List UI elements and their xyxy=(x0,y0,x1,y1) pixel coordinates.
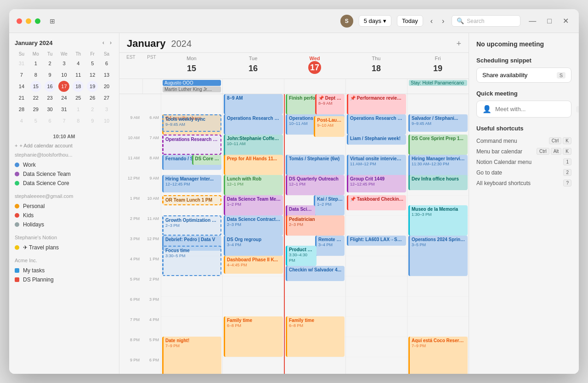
event-operations-research-mon[interactable]: Operations Research St... xyxy=(162,135,221,155)
event-ds-core-sprint[interactable]: DS Core Sprint Prep 1... xyxy=(408,135,468,155)
event-data-science-team-meets[interactable]: Data Science Team Meets 1–2 PM xyxy=(224,195,283,215)
event-pediatrician[interactable]: Pediatrician 2–3 PM xyxy=(286,215,345,236)
event-liam-stephanie[interactable]: Liam / Stephanie week! xyxy=(347,135,406,145)
calendar-work[interactable]: Work xyxy=(15,160,113,169)
mini-cal-day[interactable]: 23 xyxy=(45,92,56,103)
calendar-kids[interactable]: Kids xyxy=(15,211,113,220)
mini-cal-day[interactable]: 5 xyxy=(87,58,98,69)
mini-cal-day[interactable]: 4 xyxy=(73,58,84,69)
mini-cal-day[interactable]: 31 xyxy=(58,104,69,115)
event-museo[interactable]: Museo de la Memoria 1:30–3 PM xyxy=(408,205,468,236)
event-aqui-coco[interactable]: Aquí está Coco Reservation 7–9 PM xyxy=(408,337,468,374)
mini-cal-day[interactable]: 10 xyxy=(101,115,112,126)
day-col-fri19[interactable]: Salvador / Stephani... 9–9:45 AM DS Core… xyxy=(407,94,469,374)
days-view-button[interactable]: 5 days ▾ xyxy=(359,15,391,27)
mini-cal-day[interactable]: 1 xyxy=(73,104,84,115)
tb-minimize-button[interactable]: — xyxy=(526,15,539,27)
maximize-button[interactable] xyxy=(35,18,40,24)
mini-cal-day[interactable]: 24 xyxy=(58,92,69,103)
event-family-time-tue[interactable]: Family time 6–8 PM xyxy=(224,316,283,357)
tb-close-button[interactable]: ✕ xyxy=(560,15,571,27)
mini-cal-day[interactable]: 30 xyxy=(45,104,56,115)
day-col-tue16[interactable]: 8–9 AM Operations Research St... John:St… xyxy=(222,94,284,374)
mini-cal-day[interactable]: 22 xyxy=(30,92,41,103)
search-box[interactable]: 🔍 Search xyxy=(452,15,520,27)
day-header-fri19[interactable]: Fri 19 xyxy=(407,53,469,79)
mini-cal-day[interactable]: 25 xyxy=(73,92,84,103)
event-remote-visit[interactable]: Remote visit... 3–4 PM xyxy=(315,236,345,256)
split-view-button[interactable]: ⊞ xyxy=(50,17,55,25)
event-operations-research-tue[interactable]: Operations Research St... xyxy=(224,114,283,135)
allday-event-mlk[interactable]: Martin Luther King Jr.... xyxy=(163,86,221,92)
mini-cal-day[interactable]: 3 xyxy=(101,104,112,115)
day-col-wed17[interactable]: Finish performance e... 📌 Dept Heads Upd… xyxy=(284,94,345,374)
event-lunch-rob[interactable]: Lunch with Rob 12–1 PM xyxy=(224,175,283,195)
mini-cal-day[interactable]: 27 xyxy=(101,92,112,103)
calendar-my-tasks[interactable]: My tasks xyxy=(15,266,113,275)
day-header-wed17[interactable]: Wed 17 xyxy=(284,53,345,79)
mini-cal-day[interactable]: 8 xyxy=(73,115,84,126)
calendar-data-science-team[interactable]: Data Science Team xyxy=(15,169,113,179)
event-group-crit[interactable]: Group Crit 1449 12–12:45 PM xyxy=(347,175,406,192)
add-calendar-button[interactable]: ++ Add calendar account xyxy=(15,143,73,148)
event-dept-heads[interactable]: 📌 Dept Heads Update 8–9 AM xyxy=(315,94,345,114)
mini-cal-day[interactable]: 21 xyxy=(16,92,27,103)
mini-cal-day[interactable]: 11 xyxy=(73,69,84,80)
mini-cal-day[interactable]: 2 xyxy=(87,104,98,115)
time-grid-scroll[interactable]: 9 AM 10 AM 11 AM 12 PM 1 PM 2 PM 3 PM 4 … xyxy=(119,94,469,374)
event-blue-tue-8am[interactable]: 8–9 AM xyxy=(224,94,283,114)
mini-cal-day[interactable]: 7 xyxy=(58,115,69,126)
day-col-mon15[interactable]: Q4 results share Tools weekly sync 9–9:4… xyxy=(161,94,222,374)
event-product-marketing[interactable]: Product Marketing Q&A 3:30–4:30 PM xyxy=(286,246,317,266)
event-or-team-lunch[interactable]: OR Team Lunch 1 PM xyxy=(162,195,221,205)
mini-cal-day[interactable]: 28 xyxy=(16,104,27,115)
prev-nav-button[interactable]: ‹ xyxy=(429,15,435,27)
share-availability-button[interactable]: Share availability S xyxy=(476,68,571,83)
event-tools-weekly[interactable]: Tools weekly sync 9–9:45 AM xyxy=(162,114,221,132)
calendar-holidays[interactable]: Holidays xyxy=(15,220,113,229)
calendar-personal[interactable]: Personal xyxy=(15,202,113,211)
event-post-launch[interactable]: Post-Launch... All Hea... 9–10 AM xyxy=(314,116,345,137)
mini-cal-day[interactable]: 5 xyxy=(30,115,41,126)
mini-cal-day[interactable]: 2 xyxy=(45,58,56,69)
mini-cal-prev[interactable]: ‹ xyxy=(101,39,106,47)
mini-cal-day[interactable]: 20 xyxy=(101,81,112,92)
today-button[interactable]: Today xyxy=(397,15,423,27)
calendar-travel[interactable]: ✈ Travel plans xyxy=(15,243,113,252)
mini-cal-day[interactable]: 6 xyxy=(101,58,112,69)
event-date-night[interactable]: Date night! 7–9 PM xyxy=(162,337,221,374)
mini-cal-day[interactable]: 1 xyxy=(30,58,41,69)
mini-cal-day[interactable]: 6 xyxy=(45,115,56,126)
mini-cal-day[interactable]: 31 xyxy=(16,58,27,69)
event-ds-quarterly[interactable]: DS Quarterly Outreach 12–1 PM xyxy=(286,175,345,195)
next-nav-button[interactable]: › xyxy=(440,15,446,27)
close-button[interactable] xyxy=(17,18,22,24)
tb-maximize-button[interactable]: □ xyxy=(544,15,554,27)
mini-cal-next[interactable]: › xyxy=(108,39,113,47)
mini-cal-day[interactable]: 9 xyxy=(45,69,56,80)
event-hiring-manager-mon[interactable]: Hiring Manager Inter... 12–12:45 PM xyxy=(162,175,221,192)
add-event-button[interactable]: + xyxy=(456,39,461,49)
mini-cal-day[interactable]: 8 xyxy=(30,69,41,80)
event-prep-all-hands[interactable]: Prep for All Hands 11... xyxy=(224,155,283,175)
event-checkin-salvador[interactable]: Checkin w/ Salvador 4... xyxy=(286,266,345,281)
mini-cal-day[interactable]: 26 xyxy=(87,92,98,103)
event-kai-stephanie[interactable]: Kai / Steph... 1–2 PM xyxy=(314,195,345,215)
event-flight-la603[interactable]: Flight: LA603 LAX→SCL 3 PM xyxy=(347,236,406,246)
mini-cal-day[interactable]: 16 xyxy=(45,81,56,92)
mini-cal-day[interactable]: 19 xyxy=(87,81,98,92)
minimize-button[interactable] xyxy=(26,18,31,24)
meet-with-input[interactable] xyxy=(495,106,572,113)
event-dashboard-phase2[interactable]: Dashboard Phase II K... 4–4:45 PM xyxy=(224,256,283,274)
event-ds-org-regroup[interactable]: DS Org regroup 3–4 PM xyxy=(224,236,283,256)
event-tomas-stephanie[interactable]: Tomás / Stephanie (6w) xyxy=(286,155,345,175)
allday-event-augusto[interactable]: Augusto OOO xyxy=(163,80,221,86)
event-ds-core-huddle[interactable]: DS Core Huddle 11 AM xyxy=(192,155,222,165)
mini-cal-day[interactable]: 13 xyxy=(101,69,112,80)
mini-cal-day[interactable]: 18 xyxy=(73,81,84,92)
event-salvador-stephani[interactable]: Salvador / Stephani... 9–9:45 AM xyxy=(408,114,468,132)
mini-cal-day[interactable]: 4 xyxy=(16,115,27,126)
mini-cal-day[interactable]: 12 xyxy=(87,69,98,80)
event-taskboard-checkin[interactable]: 📌 Taskboard Checkin 1... xyxy=(347,195,406,210)
mini-cal-day[interactable]: 7 xyxy=(16,69,27,80)
